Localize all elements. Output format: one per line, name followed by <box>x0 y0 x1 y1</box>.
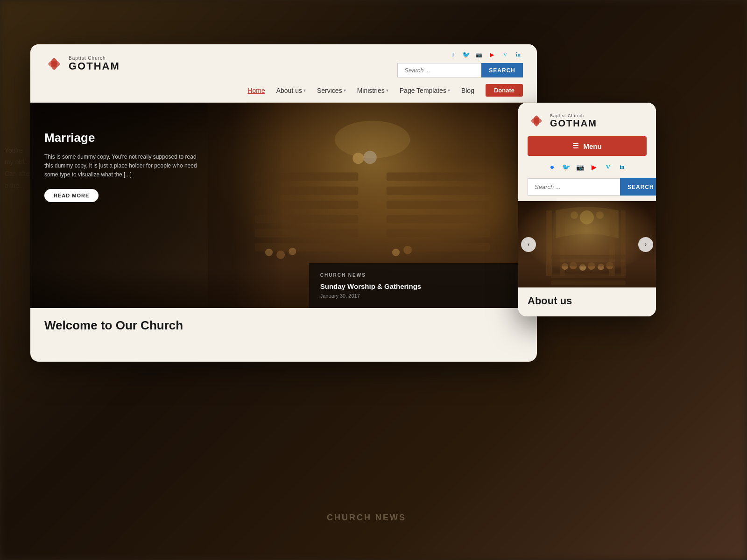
svg-point-22 <box>535 119 538 122</box>
svg-point-17 <box>289 248 296 255</box>
svg-rect-11 <box>387 201 490 209</box>
svg-rect-39 <box>551 273 626 278</box>
hamburger-icon: ☰ <box>572 142 578 150</box>
svg-rect-27 <box>546 210 552 276</box>
mobile-facebook-icon[interactable]: ● <box>548 162 557 172</box>
mobile-twitter-icon[interactable]: 🐦 <box>562 162 571 172</box>
read-more-button[interactable]: READ MORE <box>44 189 99 202</box>
welcome-title: Welcome to Our Church <box>44 318 523 333</box>
nav-blog[interactable]: Blog <box>461 87 474 94</box>
desktop-social-icons:  🐦 📷 ▶ V in <box>448 50 523 59</box>
svg-point-25 <box>571 211 578 219</box>
nav-about-us[interactable]: About us ▾ <box>276 87 306 94</box>
desktop-search-button[interactable]: SEARCH <box>481 63 523 77</box>
vimeo-icon[interactable]: V <box>500 50 510 59</box>
svg-point-19 <box>403 246 412 254</box>
carousel-next-arrow[interactable]: › <box>638 237 653 252</box>
youtube-icon[interactable]: ▶ <box>487 50 497 59</box>
linkedin-icon[interactable]: in <box>514 50 523 59</box>
mobile-search-button[interactable]: SEARCH <box>620 178 656 196</box>
nav-home[interactable]: Home <box>247 87 265 94</box>
svg-rect-12 <box>387 215 490 223</box>
svg-rect-37 <box>551 255 626 259</box>
hero-title: Marriage <box>44 131 203 145</box>
mobile-linkedin-icon[interactable]: in <box>618 162 627 172</box>
svg-point-26 <box>596 211 604 219</box>
nav-page-templates[interactable]: Page Templates ▾ <box>400 87 450 94</box>
mobile-church-interior <box>518 201 656 287</box>
news-title[interactable]: Sunday Worship & Gatherings <box>320 282 526 290</box>
svg-rect-14 <box>387 243 490 252</box>
mobile-card: Baptist Church GOTHAM ☰ Menu ● 🐦 📷 ▶ V i… <box>518 103 656 316</box>
svg-point-20 <box>352 153 364 164</box>
mobile-logo[interactable]: Baptist Church GOTHAM <box>528 112 647 130</box>
donate-button[interactable]: Donate <box>486 84 523 97</box>
hero-section: Marriage This is some dummy copy. You're… <box>30 103 537 308</box>
desktop-card: Baptist Church GOTHAM  🐦 📷 ▶ V in SEARC… <box>30 44 537 362</box>
news-date: January 30, 2017 <box>320 293 526 299</box>
svg-rect-38 <box>551 262 626 266</box>
logo-text: Baptist Church GOTHAM <box>69 56 120 72</box>
nav-services[interactable]: Services ▾ <box>317 87 346 94</box>
mobile-search-bar: SEARCH <box>528 178 647 196</box>
mobile-header: Baptist Church GOTHAM ☰ Menu ● 🐦 📷 ▶ V i… <box>518 103 656 201</box>
mobile-logo-icon <box>528 112 545 130</box>
desktop-logo[interactable]: Baptist Church GOTHAM <box>44 54 120 74</box>
twitter-icon[interactable]: 🐦 <box>461 50 471 59</box>
svg-point-0 <box>52 62 56 66</box>
svg-rect-10 <box>387 187 490 195</box>
mobile-about-title: About us <box>528 295 647 307</box>
header-right:  🐦 📷 ▶ V in SEARCH <box>397 50 523 77</box>
svg-point-24 <box>580 210 594 224</box>
mobile-search-input[interactable] <box>528 178 620 196</box>
facebook-icon[interactable]:  <box>448 50 458 59</box>
hero-image: Marriage This is some dummy copy. You're… <box>30 103 537 308</box>
mobile-menu-button[interactable]: ☰ Menu <box>528 136 647 156</box>
mobile-youtube-icon[interactable]: ▶ <box>590 162 599 172</box>
nav-ministries[interactable]: Ministries ▾ <box>357 87 388 94</box>
svg-point-18 <box>392 249 400 256</box>
svg-rect-9 <box>387 172 490 181</box>
instagram-icon[interactable]: 📷 <box>474 50 484 59</box>
hero-body-text: This is some dummy copy. You're not real… <box>44 153 203 180</box>
logo-icon <box>44 54 64 74</box>
hero-content: Marriage This is some dummy copy. You're… <box>44 131 203 202</box>
carousel-prev-arrow[interactable]: ‹ <box>521 237 536 252</box>
header-top: Baptist Church GOTHAM  🐦 📷 ▶ V in SEARC… <box>44 50 523 77</box>
news-category: CHURCH NEWS <box>320 273 526 278</box>
mobile-about-section: About us <box>518 287 656 316</box>
mobile-social-icons: ● 🐦 📷 ▶ V in <box>528 162 647 172</box>
mobile-logo-text: Baptist Church GOTHAM <box>550 113 597 129</box>
site-navigation: Home About us ▾ Services ▾ Ministries ▾ … <box>44 81 523 98</box>
mobile-vimeo-icon[interactable]: V <box>604 162 613 172</box>
site-header: Baptist Church GOTHAM  🐦 📷 ▶ V in SEARC… <box>30 44 537 103</box>
bg-church-news-label: CHURCH NEWS <box>327 513 406 523</box>
mobile-church-image: ‹ › <box>518 201 656 287</box>
news-bar: CHURCH NEWS Sunday Worship & Gatherings … <box>309 263 537 308</box>
welcome-section: Welcome to Our Church <box>30 308 537 343</box>
desktop-search-input[interactable] <box>397 63 481 77</box>
mobile-instagram-icon[interactable]: 📷 <box>576 162 585 172</box>
svg-rect-40 <box>551 280 626 285</box>
svg-point-21 <box>363 151 376 164</box>
svg-rect-13 <box>387 229 490 237</box>
desktop-search-bar: SEARCH <box>397 63 523 77</box>
